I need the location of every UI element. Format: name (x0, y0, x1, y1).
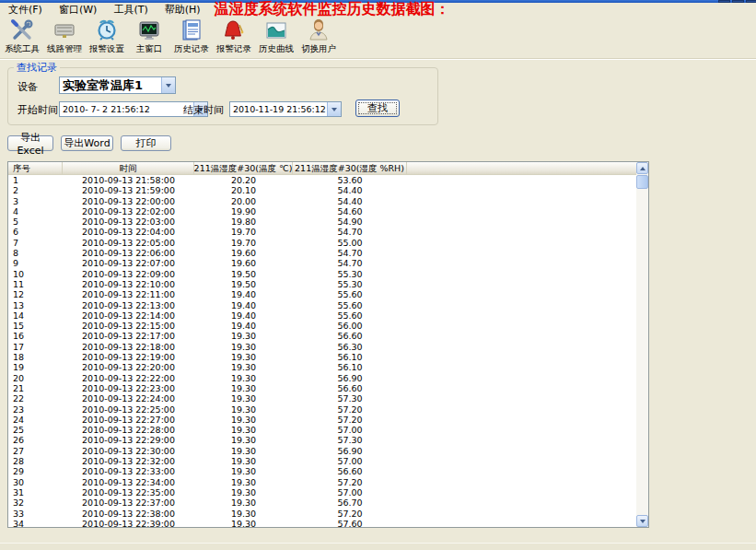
table-row[interactable]: 8 2010-09-13 22:06:00 19.60 54.70 (8, 248, 636, 258)
column-header-temperature[interactable]: 211温湿度#30(温度 ℃) (194, 162, 293, 175)
table-row[interactable]: 31 2010-09-13 22:35:00 19.30 57.00 (8, 487, 636, 497)
table-row[interactable]: 16 2010-09-13 22:17:00 19.30 56.60 (8, 331, 636, 341)
cell-temperature: 20.00 (194, 196, 293, 206)
export-excel-button[interactable]: 导出Excel (7, 135, 53, 151)
table-row[interactable]: 24 2010-09-13 22:27:00 19.30 57.20 (8, 415, 636, 425)
table-row[interactable]: 7 2010-09-13 22:05:00 19.70 55.00 (8, 238, 636, 248)
table-row[interactable]: 34 2010-09-13 22:39:00 19.30 57.60 (8, 519, 636, 527)
cell-index: 2 (8, 185, 63, 195)
table-row[interactable]: 23 2010-09-13 22:25:00 19.30 57.20 (8, 404, 636, 415)
toolbar-button-history-records[interactable]: 历史记录 (170, 16, 213, 53)
table-row[interactable]: 33 2010-09-13 22:38:00 19.30 57.20 (8, 509, 636, 519)
table-row[interactable]: 3 2010-09-13 22:00:00 20.00 54.40 (8, 196, 636, 206)
menu-window[interactable]: 窗口(W) (51, 3, 105, 17)
cell-time: 2010-09-13 22:30:00 (63, 446, 194, 456)
vertical-scrollbar[interactable] (636, 162, 648, 527)
table-row[interactable]: 12 2010-09-13 22:11:00 19.40 55.60 (8, 289, 636, 299)
toolbar-button-system-tools[interactable]: 系统工具 (1, 16, 43, 53)
table-row[interactable]: 2 2010-09-13 21:59:00 20.10 54.40 (8, 185, 636, 195)
toolbar-label: 线路管理 (47, 43, 82, 53)
toolbar-button-switch-user[interactable]: 切换用户 (297, 16, 340, 53)
column-header-humidity[interactable]: 211温湿度#30(湿度 %RH) (293, 162, 407, 175)
cell-filler (407, 269, 636, 279)
table-row[interactable]: 13 2010-09-13 22:13:00 19.40 55.60 (8, 300, 636, 310)
table-row[interactable]: 22 2010-09-13 22:24:00 19.30 57.30 (8, 393, 636, 404)
toolbar-button-line-manage[interactable]: 线路管理 (43, 16, 86, 53)
cell-filler (407, 404, 636, 415)
export-word-button[interactable]: 导出Word (61, 135, 113, 151)
menu-file[interactable]: 文件(F) (0, 3, 51, 17)
cell-filler (407, 415, 636, 425)
toolbar-button-alarm-records[interactable]: 报警记录 (213, 16, 255, 53)
table-row[interactable]: 4 2010-09-13 22:02:00 19.90 54.60 (8, 206, 636, 216)
cell-humidity: 57.20 (293, 509, 407, 519)
print-button[interactable]: 打印 (121, 135, 171, 151)
menu-help[interactable]: 帮助(H) (157, 3, 209, 17)
menu-tools[interactable]: 工具(T) (105, 3, 156, 17)
toolbar-button-history-curve[interactable]: 历史曲线 (255, 16, 297, 53)
cell-index: 22 (8, 393, 63, 404)
table-row[interactable]: 21 2010-09-13 22:23:00 19.30 56.60 (8, 383, 636, 393)
table-row[interactable]: 32 2010-09-13 22:37:00 19.30 56.70 (8, 497, 636, 508)
cell-temperature: 19.30 (194, 466, 293, 476)
cell-time: 2010-09-13 22:27:00 (63, 415, 194, 425)
menu-bar: 文件(F) 窗口(W) 工具(T) 帮助(H) 温湿度系统软件监控历史数据截图： (0, 3, 756, 17)
cell-filler (407, 487, 636, 497)
cell-index: 12 (8, 289, 63, 299)
table-row[interactable]: 1 2010-09-13 21:58:00 20.20 53.60 (8, 175, 636, 185)
table-row[interactable]: 28 2010-09-13 22:32:00 19.30 57.00 (8, 456, 636, 466)
table-row[interactable]: 29 2010-09-13 22:33:00 19.30 56.60 (8, 466, 636, 476)
table-row[interactable]: 19 2010-09-13 22:20:00 19.30 56.10 (8, 362, 636, 372)
cell-index: 4 (8, 206, 63, 216)
cell-temperature: 20.10 (194, 185, 293, 195)
table-row[interactable]: 27 2010-09-13 22:30:00 19.30 56.90 (8, 446, 636, 456)
table-row[interactable]: 9 2010-09-13 22:07:00 19.60 54.70 (8, 258, 636, 268)
table-row[interactable]: 10 2010-09-13 22:09:00 19.50 55.30 (8, 269, 636, 279)
cell-filler (407, 425, 636, 435)
scroll-down-icon[interactable] (636, 515, 648, 527)
cell-time: 2010-09-13 22:05:00 (63, 238, 194, 248)
chevron-down-icon[interactable] (161, 77, 175, 93)
table-row[interactable]: 30 2010-09-13 22:34:00 19.30 57.20 (8, 477, 636, 487)
table-row[interactable]: 5 2010-09-13 22:03:00 19.80 54.90 (8, 216, 636, 227)
scroll-up-icon[interactable] (636, 162, 648, 174)
table-row[interactable]: 20 2010-09-13 22:22:00 19.30 56.90 (8, 373, 636, 383)
toolbar-button-alarm-settings[interactable]: 报警设置 (86, 16, 128, 53)
cell-temperature: 19.50 (194, 279, 293, 289)
cell-index: 33 (8, 509, 63, 519)
cell-temperature: 19.30 (194, 373, 293, 383)
device-select[interactable]: 实验室常温库1 (59, 76, 176, 94)
device-value: 实验室常温库1 (60, 77, 161, 93)
cell-time: 2010-09-13 21:59:00 (63, 185, 194, 195)
end-time-value: 2010-11-19 21:56:12 (230, 102, 327, 116)
column-header-time[interactable]: 时间 (63, 162, 194, 175)
end-time-select[interactable]: 2010-11-19 21:56:12 (229, 101, 342, 117)
table-row[interactable]: 6 2010-09-13 22:04:00 19.70 54.70 (8, 227, 636, 237)
bottom-edge (0, 543, 756, 550)
search-button[interactable]: 查找 (355, 99, 400, 117)
cell-time: 2010-09-13 22:20:00 (63, 362, 194, 372)
toolbar-button-main-window[interactable]: 主窗口 (128, 16, 170, 53)
table-row[interactable]: 18 2010-09-13 22:19:00 19.30 56.10 (8, 352, 636, 362)
table-row[interactable]: 26 2010-09-13 22:29:00 19.30 57.30 (8, 435, 636, 445)
chevron-down-icon[interactable] (327, 102, 341, 116)
cell-index: 25 (8, 425, 63, 435)
column-header-filler (407, 162, 636, 175)
scrollbar-thumb[interactable] (636, 175, 648, 189)
table-row[interactable]: 17 2010-09-13 22:18:00 19.30 56.30 (8, 342, 636, 352)
start-time-label: 开始时间 (17, 105, 58, 116)
cell-humidity: 57.00 (293, 425, 407, 435)
cell-humidity: 56.70 (293, 497, 407, 508)
table-row[interactable]: 14 2010-09-13 22:14:00 19.40 55.60 (8, 310, 636, 321)
table-row[interactable]: 25 2010-09-13 22:28:00 19.30 57.00 (8, 425, 636, 435)
column-header-index[interactable]: 序号 (8, 162, 63, 175)
table-row[interactable]: 15 2010-09-13 22:15:00 19.40 56.00 (8, 321, 636, 331)
cell-filler (407, 477, 636, 487)
cell-temperature: 19.40 (194, 300, 293, 310)
cell-time: 2010-09-13 22:32:00 (63, 456, 194, 466)
cell-index: 26 (8, 435, 63, 445)
cell-humidity: 55.60 (293, 289, 407, 299)
cell-index: 19 (8, 362, 63, 372)
cell-temperature: 19.60 (194, 248, 293, 258)
table-row[interactable]: 11 2010-09-13 22:10:00 19.50 55.30 (8, 279, 636, 289)
